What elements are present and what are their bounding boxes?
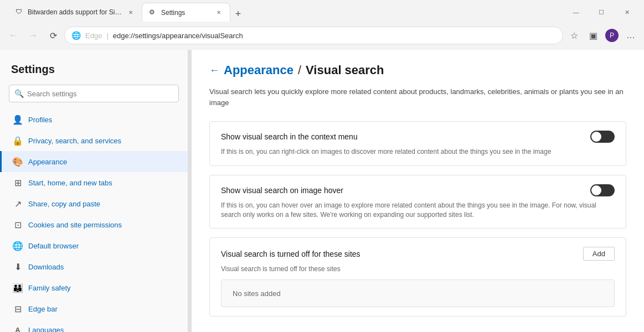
sidebar-item-start-home[interactable]: ⊞ Start, home, and new tabs [0, 172, 188, 193]
address-separator: Edge [85, 32, 102, 40]
tab-settings-title: Settings [161, 9, 211, 17]
tab-bitwarden-title: Bitwarden adds support for Sim… [28, 8, 123, 16]
sidebar: Settings 🔍 👤 Profiles 🔒 Privacy, search,… [0, 50, 188, 332]
hover-setting-row: Show visual search on image hover [221, 184, 615, 196]
title-bar: 🛡 Bitwarden adds support for Sim… ✕ ⚙ Se… [0, 0, 644, 21]
hover-toggle-knob [591, 185, 601, 195]
address-url: edge://settings/appearance/visualSearch [113, 32, 243, 40]
sidebar-item-edge-bar-label: Edge bar [28, 305, 58, 313]
edge-bar-icon: ⊟ [13, 304, 23, 314]
search-input[interactable] [9, 85, 179, 102]
hover-toggle[interactable] [590, 184, 615, 196]
favorites-button[interactable]: ☆ [565, 27, 583, 44]
more-button[interactable]: … [622, 27, 640, 44]
back-button[interactable]: ← [4, 27, 22, 44]
context-menu-title: Show visual search in the context menu [221, 132, 358, 141]
hover-title: Show visual search on image hover [221, 186, 343, 195]
hover-description: If this is on, you can hover over an ima… [221, 201, 615, 220]
content-area: ← Appearance / Visual search Visual sear… [192, 50, 644, 332]
profiles-icon: 👤 [13, 115, 23, 124]
tab-settings-close[interactable]: ✕ [214, 8, 223, 17]
sites-section-title: Visual search is turned off for these si… [221, 250, 360, 258]
sidebar-item-downloads-label: Downloads [28, 263, 64, 271]
toolbar-icons: ☆ ▣ P … [565, 27, 640, 44]
sidebar-item-profiles-label: Profiles [28, 116, 52, 124]
sidebar-item-privacy-label: Privacy, search, and services [28, 137, 121, 145]
sidebar-item-languages[interactable]: A Languages [0, 319, 188, 332]
collections-button[interactable]: ▣ [584, 27, 602, 44]
tabs-bar: 🛡 Bitwarden adds support for Sim… ✕ ⚙ Se… [4, 3, 250, 22]
search-settings-container: 🔍 [0, 85, 188, 109]
maximize-button[interactable]: ☐ [589, 3, 614, 21]
back-breadcrumb-button[interactable]: ← [209, 65, 219, 76]
sidebar-item-cookies[interactable]: ⊡ Cookies and site permissions [0, 214, 188, 235]
context-menu-description: If this is on, you can right-click on im… [221, 147, 615, 157]
context-menu-card: Show visual search in the context menu I… [209, 121, 626, 166]
tab-bitwarden[interactable]: 🛡 Bitwarden adds support for Sim… ✕ [9, 3, 142, 22]
refresh-button[interactable]: ⟳ [44, 27, 62, 44]
sidebar-item-appearance-label: Appearance [28, 158, 67, 166]
sidebar-item-profiles[interactable]: 👤 Profiles [0, 109, 188, 130]
family-safety-icon: 👪 [13, 283, 23, 293]
sites-section-header: Visual search is turned off for these si… [221, 247, 615, 261]
downloads-icon: ⬇ [13, 262, 23, 272]
page-description: Visual search lets you quickly explore m… [209, 86, 626, 108]
sidebar-item-family-safety-label: Family safety [28, 284, 71, 292]
edge-brand-icon: 🌐 [71, 31, 81, 40]
tab-settings-favicon: ⚙ [149, 8, 158, 17]
page-header: ← Appearance / Visual search [209, 63, 626, 77]
tab-bitwarden-close[interactable]: ✕ [126, 8, 135, 17]
sidebar-item-share-copy[interactable]: ↗ Share, copy and paste [0, 193, 188, 214]
search-icon: 🔍 [14, 89, 24, 98]
sidebar-item-default-browser[interactable]: 🌐 Default browser [0, 235, 188, 256]
cookies-icon: ⊡ [13, 220, 23, 230]
languages-icon: A [13, 325, 23, 332]
sidebar-item-default-browser-label: Default browser [28, 242, 79, 250]
no-sites-text: No sites added [233, 289, 281, 298]
tab-bitwarden-favicon: 🛡 [16, 8, 24, 17]
address-input[interactable]: 🌐 Edge | edge://settings/appearance/visu… [64, 27, 563, 44]
breadcrumb-parent[interactable]: Appearance [224, 63, 293, 77]
page-title: Visual search [306, 63, 384, 77]
sidebar-item-languages-label: Languages [28, 326, 64, 333]
sidebar-nav: 👤 Profiles 🔒 Privacy, search, and servic… [0, 109, 188, 332]
sidebar-item-privacy[interactable]: 🔒 Privacy, search, and services [0, 130, 188, 151]
privacy-icon: 🔒 [13, 136, 23, 146]
share-copy-icon: ↗ [13, 199, 23, 209]
sidebar-item-share-copy-label: Share, copy and paste [28, 200, 100, 208]
add-site-button[interactable]: Add [583, 247, 615, 261]
no-sites-box: No sites added [221, 279, 615, 307]
sites-section: Visual search is turned off for these si… [209, 237, 626, 317]
minimize-button[interactable]: — [563, 3, 589, 21]
context-menu-toggle-knob [591, 132, 601, 142]
browser-chrome: 🛡 Bitwarden adds support for Sim… ✕ ⚙ Se… [0, 0, 644, 50]
address-bar: ← → ⟳ 🌐 Edge | edge://settings/appearanc… [0, 21, 644, 50]
address-pipe: | [106, 32, 108, 40]
window-controls: — ☐ ✕ [563, 3, 640, 21]
sidebar-item-downloads[interactable]: ⬇ Downloads [0, 256, 188, 277]
new-tab-button[interactable]: + [230, 6, 246, 22]
main-layout: Settings 🔍 👤 Profiles 🔒 Privacy, search,… [0, 50, 644, 332]
sidebar-item-appearance[interactable]: 🎨 Appearance [0, 151, 188, 172]
sidebar-item-family-safety[interactable]: 👪 Family safety [0, 277, 188, 298]
context-menu-setting-row: Show visual search in the context menu [221, 131, 615, 143]
profile-button[interactable]: P [603, 27, 621, 44]
forward-button[interactable]: → [24, 27, 42, 44]
start-home-icon: ⊞ [13, 178, 23, 188]
default-browser-icon: 🌐 [13, 241, 23, 251]
sidebar-item-edge-bar[interactable]: ⊟ Edge bar [0, 298, 188, 319]
sites-description: Visual search is turned off for these si… [221, 265, 615, 273]
profile-avatar: P [605, 29, 619, 42]
context-menu-toggle[interactable] [590, 131, 615, 143]
hover-card: Show visual search on image hover If thi… [209, 175, 626, 229]
sidebar-item-start-home-label: Start, home, and new tabs [28, 179, 112, 187]
tab-settings[interactable]: ⚙ Settings ✕ [142, 3, 230, 22]
sidebar-item-cookies-label: Cookies and site permissions [28, 221, 122, 229]
appearance-icon: 🎨 [13, 157, 23, 167]
sidebar-title: Settings [0, 59, 188, 85]
search-box-wrapper: 🔍 [9, 85, 179, 102]
close-button[interactable]: ✕ [614, 3, 640, 21]
breadcrumb-separator: / [298, 63, 301, 77]
